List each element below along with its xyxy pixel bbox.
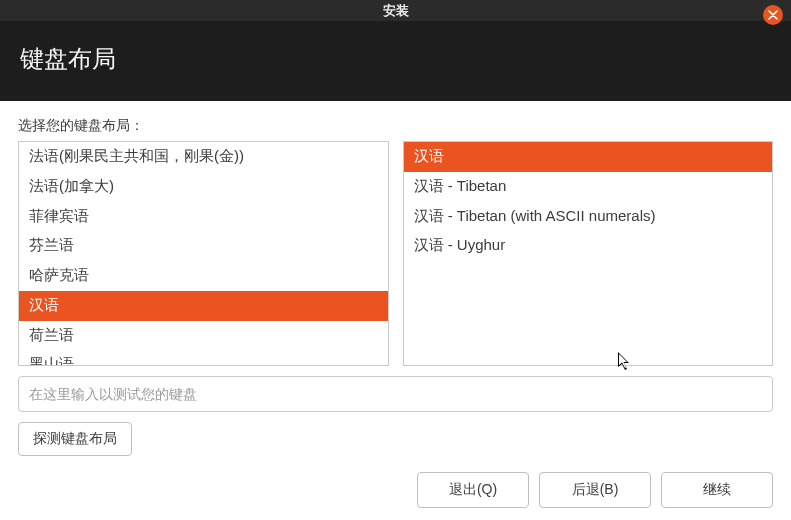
quit-button[interactable]: 退出(Q)	[417, 472, 529, 508]
page-header: 键盘布局	[0, 21, 791, 101]
footer-buttons: 退出(Q) 后退(B) 继续	[18, 456, 773, 508]
window-title: 安装	[383, 2, 409, 20]
layout-item[interactable]: 汉语	[19, 291, 388, 321]
variant-item[interactable]: 汉语 - Tibetan	[404, 172, 773, 202]
variant-item[interactable]: 汉语	[404, 142, 773, 172]
layout-item[interactable]: 荷兰语	[19, 321, 388, 351]
back-button[interactable]: 后退(B)	[539, 472, 651, 508]
layout-list[interactable]: 法语(刚果民主共和国，刚果(金))法语(加拿大)菲律宾语芬兰语哈萨克语汉语荷兰语…	[18, 141, 389, 366]
variant-item[interactable]: 汉语 - Uyghur	[404, 231, 773, 261]
titlebar: 安装	[0, 0, 791, 21]
close-icon	[768, 10, 778, 20]
variant-item[interactable]: 汉语 - Tibetan (with ASCII numerals)	[404, 202, 773, 232]
layout-item[interactable]: 法语(加拿大)	[19, 172, 388, 202]
prompt-label: 选择您的键盘布局：	[18, 117, 773, 135]
page-title: 键盘布局	[20, 43, 771, 75]
layout-item[interactable]: 菲律宾语	[19, 202, 388, 232]
detect-layout-button[interactable]: 探测键盘布局	[18, 422, 132, 456]
layout-item[interactable]: 哈萨克语	[19, 261, 388, 291]
keyboard-test-input[interactable]	[18, 376, 773, 412]
continue-button[interactable]: 继续	[661, 472, 773, 508]
variant-list[interactable]: 汉语汉语 - Tibetan汉语 - Tibetan (with ASCII n…	[403, 141, 774, 366]
close-button[interactable]	[763, 5, 783, 25]
content-area: 选择您的键盘布局： 法语(刚果民主共和国，刚果(金))法语(加拿大)菲律宾语芬兰…	[0, 101, 791, 520]
installer-window: 安装 键盘布局 选择您的键盘布局： 法语(刚果民主共和国，刚果(金))法语(加拿…	[0, 0, 791, 520]
layout-item[interactable]: 法语(刚果民主共和国，刚果(金))	[19, 142, 388, 172]
layout-item[interactable]: 芬兰语	[19, 231, 388, 261]
layout-lists: 法语(刚果民主共和国，刚果(金))法语(加拿大)菲律宾语芬兰语哈萨克语汉语荷兰语…	[18, 141, 773, 366]
detect-row: 探测键盘布局	[18, 422, 773, 456]
layout-item[interactable]: 黑山语	[19, 350, 388, 366]
